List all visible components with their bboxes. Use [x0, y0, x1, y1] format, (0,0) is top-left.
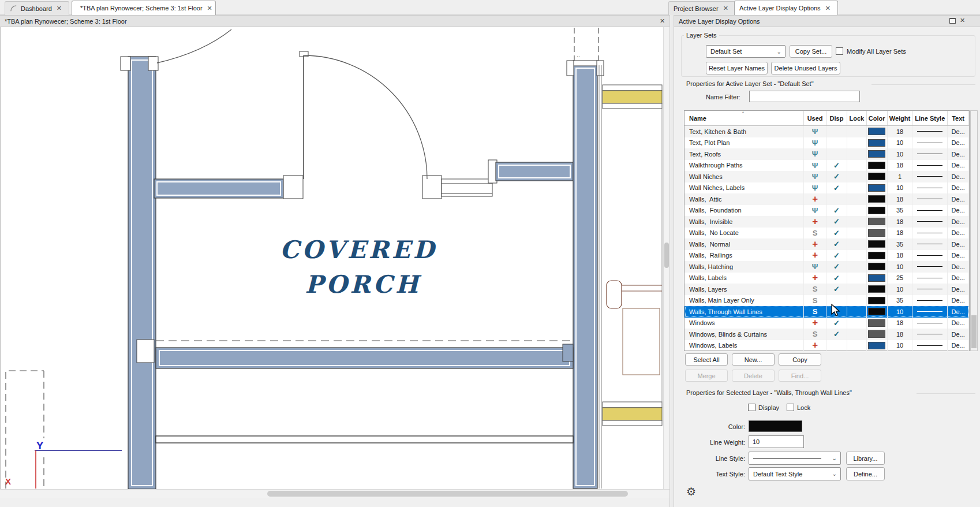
weight-cell[interactable]: 10 — [888, 306, 913, 318]
layer-name[interactable]: Walls, Main Layer Only — [684, 295, 804, 307]
display-toggle-cell[interactable]: ✓ — [826, 261, 847, 273]
layer-color-swatch[interactable] — [868, 285, 885, 293]
weight-cell[interactable]: 10 — [888, 284, 913, 295]
layer-name[interactable]: Wall Niches, Labels — [684, 182, 804, 194]
display-toggle-cell[interactable]: ✓ — [826, 171, 847, 182]
display-toggle-cell[interactable] — [826, 148, 847, 160]
lock-toggle-cell[interactable] — [847, 340, 867, 352]
text-style-cell[interactable]: De... — [948, 329, 969, 340]
column-header-line-style[interactable]: Line Style — [912, 111, 948, 125]
layer-color-swatch[interactable] — [868, 342, 885, 349]
table-row[interactable]: Windows, Labels+10De... — [684, 340, 969, 352]
line-style-cell[interactable] — [912, 137, 948, 149]
display-toggle-cell[interactable] — [826, 126, 847, 137]
line-style-cell[interactable] — [912, 329, 948, 340]
layer-table[interactable]: ˆ NameUsedDispLockColorWeightLine StyleT… — [684, 110, 970, 351]
layer-color-swatch[interactable] — [868, 139, 885, 147]
display-toggle-cell[interactable] — [826, 340, 847, 352]
table-row[interactable]: Walls, FoundationΨ✓35De... — [684, 205, 969, 217]
line-style-select[interactable]: ⌄ — [749, 452, 841, 465]
layer-color-swatch[interactable] — [868, 207, 885, 214]
delete-button[interactable]: Delete — [732, 370, 775, 382]
close-icon[interactable]: ✕ — [824, 5, 832, 12]
line-style-cell[interactable] — [912, 148, 948, 160]
display-toggle-cell[interactable]: ✓ — [826, 238, 847, 250]
table-scroll-thumb[interactable] — [971, 315, 977, 348]
color-cell[interactable] — [867, 318, 888, 329]
color-cell[interactable] — [867, 160, 888, 172]
text-style-cell[interactable]: De... — [948, 340, 969, 352]
table-row[interactable]: Walls, Main Layer OnlyS35De... — [684, 295, 969, 307]
lock-toggle-cell[interactable] — [847, 238, 867, 250]
layer-name[interactable]: Windows — [684, 318, 804, 329]
lock-toggle-cell[interactable] — [847, 171, 867, 182]
table-row[interactable]: Wall NichesΨ✓1De... — [684, 171, 969, 182]
lock-toggle-cell[interactable] — [847, 216, 867, 228]
close-icon[interactable]: ✕ — [55, 5, 63, 12]
table-row[interactable]: Wall Niches, LabelsΨ✓10De... — [684, 182, 969, 194]
weight-cell[interactable]: 35 — [888, 238, 913, 250]
line-style-cell[interactable] — [912, 228, 948, 239]
color-cell[interactable] — [867, 171, 888, 182]
vscroll-thumb[interactable] — [664, 243, 669, 268]
modify-all-layer-sets-checkbox[interactable] — [836, 47, 843, 55]
text-style-select[interactable]: Default Text Style ⌄ — [749, 467, 841, 480]
table-row[interactable]: Walls, Labels+✓25De... — [684, 273, 969, 284]
line-style-cell[interactable] — [912, 306, 948, 318]
library-button[interactable]: Library... — [846, 452, 885, 465]
layer-name[interactable]: Text, Kitchen & Bath — [684, 126, 804, 137]
layer-color-swatch[interactable] — [868, 308, 885, 315]
layer-name[interactable]: Walls, Foundation — [684, 205, 804, 217]
line-style-cell[interactable] — [912, 340, 948, 352]
display-toggle-cell[interactable] — [826, 193, 847, 205]
weight-cell[interactable]: 18 — [888, 250, 913, 262]
color-cell[interactable] — [867, 284, 888, 295]
display-toggle-cell[interactable]: ✓ — [826, 318, 847, 329]
text-style-cell[interactable]: De... — [948, 295, 969, 307]
color-cell[interactable] — [867, 273, 888, 284]
lock-checkbox[interactable] — [787, 404, 794, 411]
layer-color-swatch[interactable] — [868, 252, 885, 259]
text-style-cell[interactable]: De... — [948, 126, 969, 137]
text-style-cell[interactable]: De... — [948, 160, 969, 172]
column-header-color[interactable]: Color — [867, 111, 888, 125]
lock-toggle-cell[interactable] — [847, 306, 867, 318]
color-cell[interactable] — [867, 148, 888, 160]
line-style-cell[interactable] — [912, 216, 948, 228]
merge-button[interactable]: Merge — [685, 370, 728, 382]
color-cell[interactable] — [867, 250, 888, 262]
weight-cell[interactable]: 10 — [888, 182, 913, 194]
layer-color-swatch[interactable] — [868, 330, 885, 338]
panel-splitter[interactable] — [669, 15, 674, 507]
text-style-cell[interactable]: De... — [948, 171, 969, 182]
line-style-cell[interactable] — [912, 126, 948, 137]
layer-name[interactable]: Wall Niches — [684, 171, 804, 182]
tab-dashboard[interactable]: Dashboard ✕ — [5, 1, 69, 15]
lock-toggle-cell[interactable] — [847, 137, 867, 149]
column-header-lock[interactable]: Lock — [847, 111, 867, 125]
weight-cell[interactable]: 18 — [888, 216, 913, 228]
text-style-cell[interactable]: De... — [948, 273, 969, 284]
tab-plan[interactable]: *TBA plan Rynowecer; Scheme 3: 1st Floor… — [72, 1, 216, 15]
layer-name[interactable]: Windows, Labels — [684, 340, 804, 352]
line-style-cell[interactable] — [912, 160, 948, 172]
lock-toggle-cell[interactable] — [847, 318, 867, 329]
layer-color-swatch[interactable] — [868, 240, 885, 248]
line-style-cell[interactable] — [912, 205, 948, 217]
layer-color-swatch[interactable] — [868, 173, 885, 180]
weight-cell[interactable]: 1 — [888, 171, 913, 182]
weight-cell[interactable]: 18 — [888, 126, 913, 137]
layer-name[interactable]: Walls, Railings — [684, 250, 804, 262]
text-style-cell[interactable]: De... — [948, 148, 969, 160]
color-cell[interactable] — [867, 306, 888, 318]
lock-toggle-cell[interactable] — [847, 182, 867, 194]
line-style-cell[interactable] — [912, 182, 948, 194]
display-toggle-cell[interactable]: ✓ — [826, 329, 847, 340]
lock-toggle-cell[interactable] — [847, 284, 867, 295]
tab-active-layer-display-options[interactable]: Active Layer Display Options ✕ — [734, 1, 838, 15]
table-row[interactable]: Walls, Invisible+✓18De... — [684, 216, 969, 228]
color-swatch-button[interactable] — [749, 420, 802, 432]
layer-color-swatch[interactable] — [868, 162, 885, 169]
column-header-name[interactable]: Name — [684, 111, 804, 125]
select-all-button[interactable]: Select All — [685, 353, 728, 366]
